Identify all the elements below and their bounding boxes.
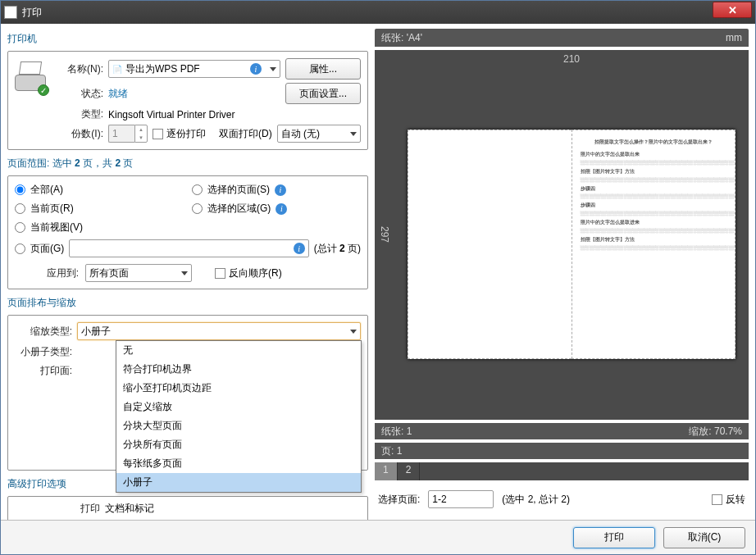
- option-multi-per-sheet[interactable]: 每张纸多页面: [116, 454, 361, 473]
- titlebar: 打印 ✕: [1, 1, 755, 24]
- range-view-radio[interactable]: 当前视图(V): [15, 221, 184, 234]
- printer-icon: ✓: [15, 61, 48, 94]
- pager: 1 2: [375, 462, 749, 480]
- copies-label: 份数(I):: [54, 127, 103, 141]
- status-value[interactable]: 就绪: [108, 87, 280, 101]
- apply-label: 应用到:: [15, 266, 79, 280]
- cancel-button[interactable]: 取消(C): [663, 527, 745, 548]
- type-label: 类型:: [54, 107, 103, 121]
- pages-total-text: (总计 2 页): [314, 242, 361, 256]
- option-fit-printer[interactable]: 符合打印机边界: [116, 360, 361, 379]
- ruler-vertical: 297: [375, 50, 394, 420]
- printer-panel: ✓ 名称(N): 📄导出为WPS PDF i 属性... 状态: 就绪 页面设置…: [7, 51, 368, 150]
- print-side-label: 打印面:: [15, 364, 72, 378]
- option-tile-all[interactable]: 分块所有页面: [116, 435, 361, 454]
- zoom-type-select[interactable]: 小册子: [77, 322, 361, 340]
- select-pages-input[interactable]: 1-2: [428, 490, 494, 508]
- status-label: 状态:: [54, 87, 103, 101]
- select-pages-info: (选中 2, 总计 2): [502, 493, 570, 507]
- range-panel: 全部(A) 选择的页面(S) i 当前页(R) 选择的区域(G) i 当前视图(…: [7, 175, 368, 289]
- footer: 打印 取消(C): [1, 520, 755, 554]
- option-custom-zoom[interactable]: 自定义缩放: [116, 398, 361, 416]
- select-pages-label: 选择页面:: [378, 493, 420, 507]
- collate-checkbox[interactable]: 逐份打印: [153, 127, 206, 141]
- range-current-radio[interactable]: 当前页(R): [15, 202, 184, 216]
- range-selected-pages-radio[interactable]: 选择的页面(S) i: [192, 183, 361, 197]
- zoom-type-label: 缩放类型:: [15, 325, 72, 339]
- type-value: Kingsoft Virtual Printer Driver: [108, 109, 361, 121]
- page-tab-1[interactable]: 1: [375, 462, 398, 480]
- preview-area: 297 210 拍照提取文字怎么操作？照片中的文字怎么提取出来？ 照片中的文字怎…: [375, 50, 749, 420]
- option-shrink-margins[interactable]: 缩小至打印机页边距: [116, 379, 361, 398]
- paper-header: 纸张: 'A4'mm: [375, 29, 749, 47]
- properties-button[interactable]: 属性...: [285, 58, 361, 80]
- copies-spinner[interactable]: 1 ▲▼: [108, 125, 148, 143]
- option-none[interactable]: 无: [116, 341, 361, 360]
- range-selected-area-radio[interactable]: 选择的区域(G) i: [192, 202, 361, 216]
- duplex-select[interactable]: 自动 (无): [277, 125, 361, 143]
- info-icon[interactable]: i: [250, 63, 262, 75]
- print-what-label: 打印: [15, 502, 100, 516]
- page-tab-2[interactable]: 2: [398, 462, 421, 480]
- info-icon[interactable]: i: [275, 184, 286, 196]
- pages-input[interactable]: i: [69, 239, 308, 257]
- booklet-type-label: 小册子类型:: [15, 345, 72, 359]
- apply-select[interactable]: 所有页面: [85, 264, 192, 282]
- range-all-radio[interactable]: 全部(A): [15, 183, 184, 197]
- range-pages-radio[interactable]: 页面(G): [15, 242, 64, 256]
- info-icon[interactable]: i: [276, 203, 287, 215]
- close-button[interactable]: ✕: [713, 2, 752, 18]
- page-setup-button[interactable]: 页面设置...: [285, 83, 361, 104]
- preview-page-content: 拍照提取文字怎么操作？照片中的文字怎么提取出来？ 照片中的文字怎么提取出来 ░░…: [572, 130, 736, 359]
- window-title: 打印: [22, 6, 713, 20]
- option-tile-large[interactable]: 分块大型页面: [116, 416, 361, 435]
- range-section-title: 页面范围: 选中 2 页，共 2 页: [7, 157, 368, 171]
- preview-meta: 纸张: 1 缩放: 70.7%: [375, 423, 749, 439]
- print-button[interactable]: 打印: [573, 527, 655, 548]
- ruler-horizontal: 210: [394, 50, 749, 68]
- preview-sheet: 拍照提取文字怎么操作？照片中的文字怎么提取出来？ 照片中的文字怎么提取出来 ░░…: [408, 130, 736, 359]
- print-what-value: 文档和标记: [105, 502, 154, 516]
- duplex-label: 双面打印(D): [219, 127, 272, 141]
- print-dialog: 打印 ✕ 打印机 ✓ 名称(N): 📄导出为WPS PDF i 属性... 状态…: [0, 0, 756, 555]
- option-booklet[interactable]: 小册子: [116, 473, 361, 492]
- name-label: 名称(N):: [54, 62, 103, 76]
- app-icon: [4, 6, 17, 19]
- layout-panel: 缩放类型: 小册子 小册子类型: 打印面: 无 符合打印机边界 缩小至打印机页边…: [7, 315, 368, 471]
- preview-meta2: 页: 1: [375, 443, 749, 459]
- layout-section-title: 页面排布与缩放: [7, 296, 368, 310]
- reverse-order-checkbox[interactable]: 反向顺序(R): [215, 266, 282, 280]
- info-icon[interactable]: i: [294, 243, 305, 254]
- reverse-checkbox[interactable]: 反转: [712, 493, 745, 507]
- zoom-type-dropdown[interactable]: 无 符合打印机边界 缩小至打印机页边距 自定义缩放 分块大型页面 分块所有页面 …: [116, 340, 362, 493]
- printer-name-select[interactable]: 📄导出为WPS PDF i: [108, 60, 280, 78]
- printer-section-title: 打印机: [7, 32, 368, 46]
